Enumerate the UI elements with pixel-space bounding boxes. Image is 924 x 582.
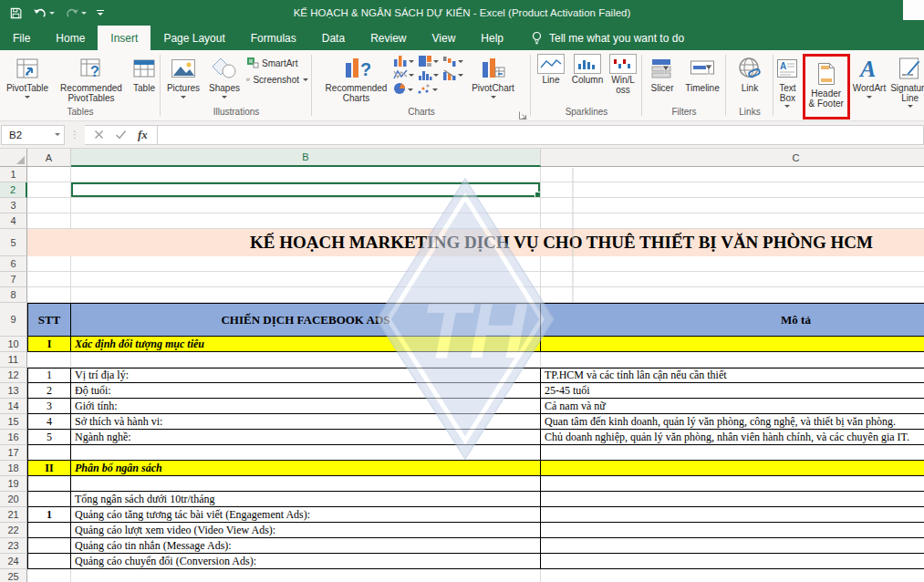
cell-C22[interactable] — [541, 523, 924, 538]
cell-A11[interactable] — [27, 352, 71, 368]
row-header-2[interactable]: 2 — [0, 182, 27, 198]
column-header-A[interactable]: A — [27, 149, 71, 167]
pictures-dropdown-icon[interactable] — [181, 96, 186, 99]
cell-C21[interactable] — [541, 507, 924, 523]
cell-C2[interactable] — [541, 182, 924, 198]
cell-A25[interactable] — [27, 569, 71, 582]
cell-A1[interactable] — [27, 167, 71, 182]
insert-statistic-chart-button[interactable] — [418, 68, 439, 80]
cell-A15[interactable]: 4 — [27, 414, 71, 430]
formula-bar-handle[interactable]: ⋮ — [70, 130, 79, 140]
row-header-19[interactable]: 19 — [0, 476, 27, 492]
cell-B2[interactable] — [71, 182, 541, 198]
cell-C9[interactable]: Mô tả — [541, 303, 924, 337]
tab-data[interactable]: Data — [309, 26, 358, 50]
cell-A20[interactable] — [27, 492, 71, 507]
insert-scatter-chart-button[interactable] — [417, 82, 438, 95]
tab-help[interactable]: Help — [468, 26, 516, 50]
link-button[interactable]: Link — [732, 53, 768, 95]
pivotchart-dropdown-icon[interactable] — [491, 96, 496, 99]
row-header-9[interactable]: 9 — [0, 303, 27, 337]
cell-A8[interactable] — [27, 287, 71, 303]
screenshot-dropdown-icon[interactable] — [303, 78, 308, 81]
cell-B5[interactable]: KẾ HOẠCH MARKETING DỊCH VỤ CHO THUÊ THIẾ… — [71, 229, 924, 256]
cell-C3[interactable] — [541, 198, 924, 213]
cell-B9[interactable]: CHIẾN DỊCH FACEBOOK ADS — [71, 303, 541, 337]
cell-C6[interactable] — [541, 256, 924, 272]
header-footer-button[interactable]: Header & Footer — [806, 58, 846, 109]
cell-A24[interactable] — [27, 554, 71, 569]
cell-B18[interactable]: Phân bổ ngân sách — [71, 461, 541, 476]
cell-B11[interactable] — [71, 352, 541, 368]
cell-B12[interactable]: Vị trí địa lý: — [71, 368, 541, 383]
row-header-25[interactable]: 25 — [0, 569, 27, 582]
cell-B15[interactable]: Sở thích và hành vi: — [71, 414, 541, 430]
insert-waterfall-chart-button[interactable] — [442, 55, 463, 67]
tell-me-box[interactable]: Tell me what you want to do — [531, 26, 684, 50]
row-header-5[interactable]: 5 — [0, 229, 27, 256]
cell-C25[interactable] — [541, 569, 924, 582]
row-header-1[interactable]: 1 — [0, 167, 27, 182]
insert-pie-chart-button[interactable] — [393, 82, 413, 95]
signature-line-dropdown-icon[interactable] — [908, 105, 913, 108]
row-header-6[interactable]: 6 — [0, 256, 27, 272]
recommended-charts-button[interactable]: ? Recommended Charts — [323, 53, 390, 104]
row-header-17[interactable]: 17 — [0, 445, 27, 461]
cell-C23[interactable] — [541, 538, 924, 554]
cell-C13[interactable]: 25-45 tuổi — [541, 383, 924, 399]
cancel-icon[interactable] — [94, 130, 104, 140]
signature-line-button[interactable]: Signature Line — [888, 53, 924, 109]
row-header-20[interactable]: 20 — [0, 492, 27, 507]
insert-column-chart-button[interactable] — [393, 55, 414, 67]
enter-icon[interactable] — [115, 130, 127, 140]
tab-insert[interactable]: Insert — [98, 26, 151, 50]
row-header-11[interactable]: 11 — [0, 352, 27, 368]
select-all-corner[interactable] — [0, 149, 27, 167]
cell-A21[interactable]: 1 — [27, 507, 71, 523]
cell-C17[interactable] — [541, 445, 924, 461]
formula-input[interactable] — [158, 125, 924, 145]
cell-B13[interactable]: Độ tuổi: — [71, 383, 541, 399]
tab-review[interactable]: Review — [358, 26, 419, 50]
cell-A4[interactable] — [27, 213, 71, 229]
row-header-18[interactable]: 18 — [0, 461, 27, 476]
wordart-dropdown-icon[interactable] — [867, 96, 872, 99]
cell-A17[interactable] — [27, 445, 71, 461]
cell-A22[interactable] — [27, 523, 71, 538]
cell-A3[interactable] — [27, 198, 71, 213]
cell-B25[interactable] — [71, 569, 541, 582]
cell-A7[interactable] — [27, 272, 71, 287]
name-box-dropdown-icon[interactable] — [55, 133, 60, 136]
cell-C24[interactable] — [541, 554, 924, 569]
cell-B19[interactable] — [71, 476, 541, 492]
tab-view[interactable]: View — [420, 26, 469, 50]
cell-C7[interactable] — [541, 272, 924, 287]
cell-C16[interactable]: Chủ doanh nghiệp, quản lý văn phòng, nhâ… — [541, 430, 924, 445]
cell-A23[interactable] — [27, 538, 71, 554]
cell-B23[interactable]: Quảng cáo tin nhắn (Message Ads): — [71, 538, 541, 554]
cell-C4[interactable] — [541, 213, 924, 229]
cell-A12[interactable]: 1 — [27, 368, 71, 383]
cell-C1[interactable] — [541, 167, 924, 182]
column-header-B[interactable]: B — [71, 149, 541, 167]
charts-dialog-launcher-icon[interactable] — [518, 108, 528, 118]
insert-combo-chart-button[interactable] — [442, 68, 463, 80]
row-header-14[interactable]: 14 — [0, 399, 27, 414]
slicer-button[interactable]: Slicer — [644, 53, 680, 95]
cell-B20[interactable]: Tổng ngân sách dưới 10tr/tháng — [71, 492, 541, 507]
row-header-13[interactable]: 13 — [0, 383, 27, 399]
cell-A6[interactable] — [27, 256, 71, 272]
recommended-pivottables-button[interactable]: ? Recommended PivotTables — [55, 53, 128, 104]
cell-C10[interactable] — [541, 337, 924, 352]
cell-B24[interactable]: Quảng cáo chuyển đổi (Conversion Ads): — [71, 554, 541, 569]
pictures-button[interactable]: Pictures — [162, 53, 204, 99]
window-control-corner[interactable] — [903, 0, 924, 20]
sparkline-column-button[interactable]: Column — [568, 53, 607, 87]
row-header-10[interactable]: 10 — [0, 337, 27, 352]
cell-B8[interactable] — [71, 287, 541, 303]
shapes-button[interactable]: Shapes — [204, 53, 244, 99]
sparkline-winloss-button[interactable]: Win/Loss — [607, 53, 639, 96]
cell-C20[interactable] — [541, 492, 924, 507]
row-header-3[interactable]: 3 — [0, 198, 27, 213]
row-header-24[interactable]: 24 — [0, 554, 27, 569]
